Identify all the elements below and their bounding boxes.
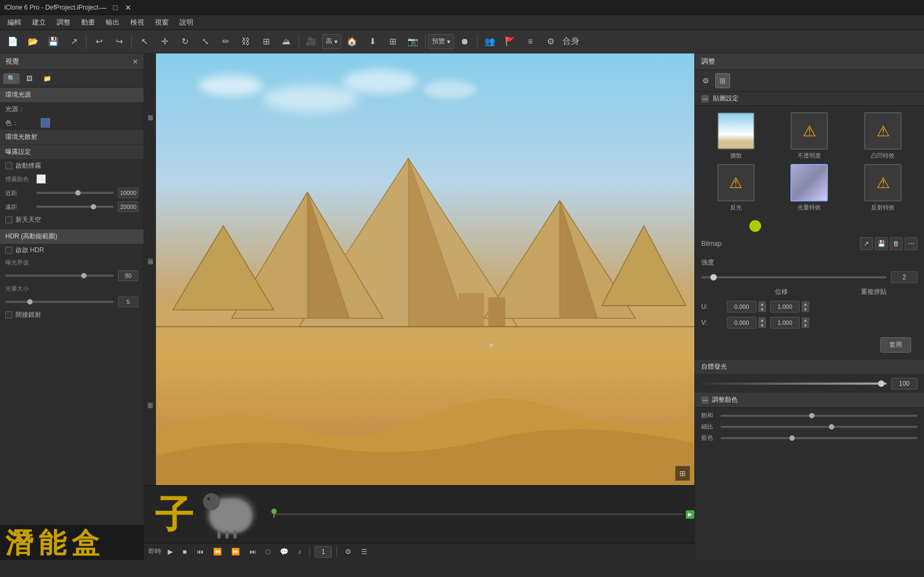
terrain-button[interactable]: ⛰ — [277, 32, 296, 51]
bitmap-load-btn[interactable]: ↗ — [860, 237, 873, 250]
settings-timeline-button[interactable]: ⚙ — [342, 546, 355, 557]
u-tile-down[interactable]: ▼ — [802, 307, 809, 312]
fog-near-slider[interactable] — [36, 192, 114, 194]
menu-edit[interactable]: 編輯 — [2, 15, 27, 29]
v-tile-down[interactable]: ▼ — [802, 323, 809, 328]
redo-button[interactable]: ↪ — [109, 32, 129, 51]
fog-near-thumb[interactable] — [75, 190, 81, 196]
tex-tile-diffuse[interactable]: 擴散 — [701, 112, 771, 160]
settings-btn[interactable]: ⚙ — [541, 32, 560, 51]
u-tile-val[interactable]: 1.000 — [770, 301, 800, 313]
close-button[interactable]: ✕ — [124, 3, 132, 12]
color-swatch[interactable] — [41, 118, 50, 128]
blue-thumb[interactable] — [789, 435, 795, 441]
stop-button[interactable]: ■ — [179, 546, 190, 557]
audio-button[interactable]: ♪ — [295, 546, 305, 557]
rotate-button[interactable]: ↻ — [175, 32, 194, 51]
saturation-thumb[interactable] — [809, 413, 815, 418]
rp-tab-grid[interactable]: ⊞ — [715, 73, 730, 88]
brightness-thumb[interactable] — [829, 424, 834, 430]
fog-near-val[interactable]: 10000 — [118, 188, 138, 198]
enable-hdr-checkbox[interactable] — [5, 247, 12, 254]
menu-adjust[interactable]: 調整 — [51, 15, 76, 29]
v-tile-val[interactable]: 1.000 — [770, 317, 800, 329]
strength-slider[interactable] — [701, 276, 887, 278]
minimize-button[interactable]: — — [98, 3, 107, 12]
panel-close-button[interactable]: ✕ — [132, 58, 138, 66]
save-button[interactable]: 💾 — [44, 32, 63, 51]
blue-slider[interactable] — [721, 437, 918, 439]
link-button[interactable]: ⛓ — [236, 32, 255, 51]
lp-tab-folder[interactable]: 📁 — [39, 73, 56, 84]
home-btn[interactable]: 🏠 — [342, 32, 362, 51]
frame-input[interactable] — [315, 546, 332, 558]
flag-btn[interactable]: 🚩 — [500, 32, 520, 51]
texture-collapse-btn[interactable]: — — [701, 95, 709, 103]
bitmap-save-btn[interactable]: 💾 — [875, 237, 888, 250]
paint-button[interactable]: ✏ — [216, 32, 235, 51]
prev-frame-button[interactable]: ⏮ — [193, 546, 207, 557]
u-offset-val[interactable]: 0.000 — [727, 301, 756, 313]
skybox-checkbox[interactable] — [5, 216, 12, 223]
align-button[interactable]: ⊞ — [256, 32, 276, 51]
menu-view[interactable]: 検視 — [125, 15, 150, 29]
new-button[interactable]: 📄 — [3, 32, 22, 51]
fog-color-swatch[interactable] — [36, 174, 46, 184]
menu-animation[interactable]: 動畫 — [76, 15, 100, 29]
menu-window[interactable]: 視窗 — [150, 15, 174, 29]
enable-fog-row[interactable]: 啟動煙霧 — [0, 160, 144, 172]
hdr-slider2-val[interactable]: 5 — [118, 297, 138, 307]
tex-tile-opacity[interactable]: ⚠ 不透明度 — [775, 112, 844, 160]
u-offset-down[interactable]: ▼ — [758, 307, 766, 312]
fog-far-slider[interactable] — [36, 206, 114, 208]
enable-fog-checkbox[interactable] — [5, 162, 12, 169]
bitmap-more-btn[interactable]: ⋯ — [905, 237, 918, 250]
fog-far-thumb[interactable] — [91, 204, 96, 209]
color-collapse-btn[interactable]: — — [701, 396, 709, 404]
grid-view-btn[interactable]: ⊞ — [383, 32, 402, 51]
camera-btn[interactable]: 🎥 — [302, 32, 321, 51]
v-offset-val[interactable]: 0.000 — [727, 317, 756, 329]
hdr-slider2-thumb[interactable] — [27, 299, 33, 305]
next-frame-button[interactable]: ⏭ — [246, 546, 260, 557]
select-button[interactable]: ↖ — [135, 32, 154, 51]
subtitles-button[interactable]: 💬 — [277, 546, 292, 557]
strength-val[interactable]: 2 — [891, 271, 918, 283]
menu-help[interactable]: 說明 — [174, 15, 199, 29]
camera-orbit-btn[interactable]: 📷 — [403, 32, 422, 51]
scene-overlay-button[interactable]: ⊞ — [675, 466, 690, 481]
u-tile-up[interactable]: ▲ — [802, 301, 809, 307]
brightness-slider[interactable] — [721, 426, 918, 428]
glow-slider[interactable] — [701, 383, 887, 385]
lp-tab-image[interactable]: 🖼 — [22, 73, 37, 84]
glow-val[interactable]: 100 — [891, 378, 918, 389]
tex-tile-bump[interactable]: ⚠ 凸凹特效 — [848, 112, 918, 160]
loop-button[interactable]: □ — [263, 546, 273, 557]
indirect-reflect-row[interactable]: 間接鏡射 — [0, 309, 144, 321]
hdr-slider1[interactable] — [5, 275, 114, 277]
tex-tile-reflect[interactable]: ⚠ 反光 — [701, 164, 771, 212]
rewind-button[interactable]: ⏪ — [210, 546, 225, 557]
preview-dropdown[interactable]: 預覽 ▾ — [428, 34, 454, 49]
enable-hdr-row[interactable]: 啟啟 HDR — [0, 244, 144, 256]
exposure-settings-section[interactable]: 曝露設定 — [0, 145, 144, 160]
move-button[interactable]: ✛ — [155, 32, 174, 51]
lp-tab-search[interactable]: 🔍 — [3, 73, 20, 84]
saturation-slider[interactable] — [721, 415, 918, 417]
maximize-button[interactable]: □ — [111, 3, 120, 12]
fog-far-val[interactable]: 20000 — [118, 201, 138, 212]
v-offset-up[interactable]: ▲ — [758, 317, 766, 323]
ambient-diffuse-section[interactable]: 環境光散射 — [0, 130, 144, 145]
export-button[interactable]: ↗ — [64, 32, 83, 51]
scale-button[interactable]: ⤡ — [195, 32, 215, 51]
download-btn[interactable]: ⬇ — [363, 32, 382, 51]
apply-button[interactable]: 套用 — [880, 337, 911, 353]
indirect-reflect-checkbox[interactable] — [5, 311, 12, 318]
forward-button[interactable]: ⏩ — [228, 546, 243, 557]
play-button[interactable]: ▶ — [165, 546, 176, 557]
people-btn[interactable]: 👥 — [480, 32, 499, 51]
tex-tile-specular[interactable]: 光量特效 — [775, 164, 844, 212]
menu-output[interactable]: 輸出 — [100, 15, 125, 29]
quality-dropdown[interactable]: 高 ▾ — [322, 34, 341, 49]
hdr-slider1-val[interactable]: 80 — [118, 270, 138, 281]
